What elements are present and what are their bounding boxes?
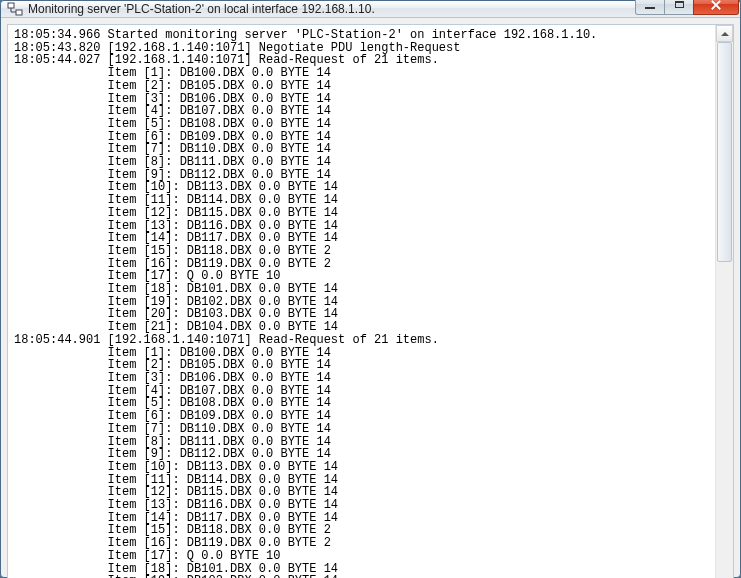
window-title: Monitoring server 'PLC-Station-2' on loc… — [28, 2, 636, 16]
main-window: Monitoring server 'PLC-Station-2' on loc… — [0, 0, 741, 578]
scroll-up-button[interactable] — [716, 25, 733, 42]
svg-rect-1 — [16, 10, 22, 15]
chevron-up-icon — [721, 32, 729, 36]
titlebar[interactable]: Monitoring server 'PLC-Station-2' on loc… — [1, 1, 740, 18]
window-controls — [636, 0, 740, 15]
vertical-scrollbar[interactable] — [715, 25, 733, 578]
minimize-icon — [645, 7, 655, 9]
svg-rect-0 — [8, 3, 14, 8]
maximize-icon — [675, 1, 684, 8]
log-output[interactable]: 18:05:34.966 Started monitoring server '… — [8, 25, 715, 578]
minimize-button[interactable] — [635, 0, 665, 15]
app-icon — [7, 1, 23, 17]
maximize-button[interactable] — [664, 0, 694, 15]
scroll-thumb[interactable] — [717, 42, 732, 262]
client-area: 18:05:34.966 Started monitoring server '… — [7, 24, 734, 578]
close-icon — [710, 0, 722, 11]
close-button[interactable] — [693, 0, 739, 15]
